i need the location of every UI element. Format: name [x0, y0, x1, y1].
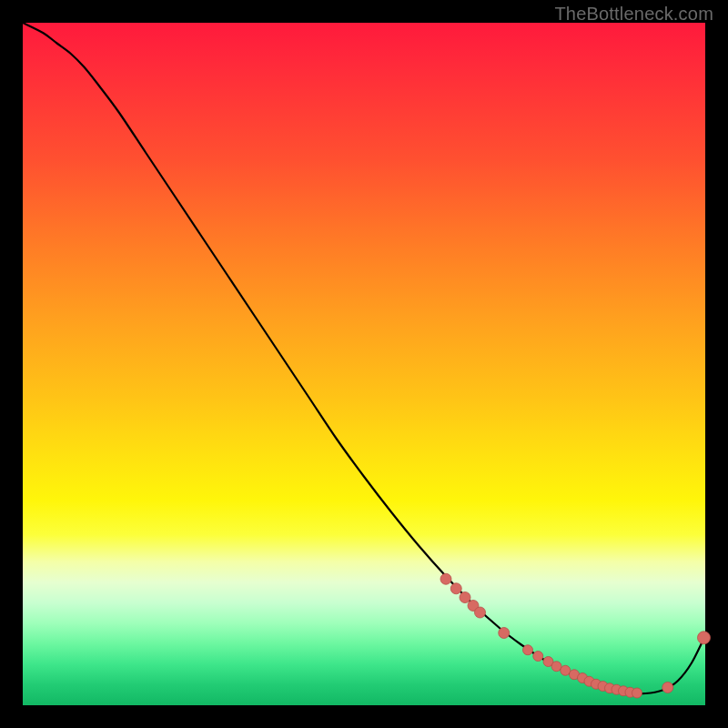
bottleneck-curve [23, 23, 705, 693]
data-point [632, 688, 642, 698]
data-point [440, 573, 451, 584]
data-point [450, 583, 461, 594]
data-point [533, 652, 543, 662]
chart-svg [23, 23, 705, 705]
data-point [499, 628, 510, 639]
data-point [523, 645, 533, 655]
chart-container: TheBottleneck.com [0, 0, 728, 728]
attribution-text: TheBottleneck.com [554, 4, 713, 25]
highlight-points [440, 573, 711, 698]
data-point [475, 607, 486, 618]
data-point [662, 682, 673, 693]
data-point [551, 662, 561, 672]
data-point [698, 632, 711, 644]
data-point [561, 665, 571, 675]
data-point [460, 592, 470, 603]
plot-area [23, 23, 705, 705]
